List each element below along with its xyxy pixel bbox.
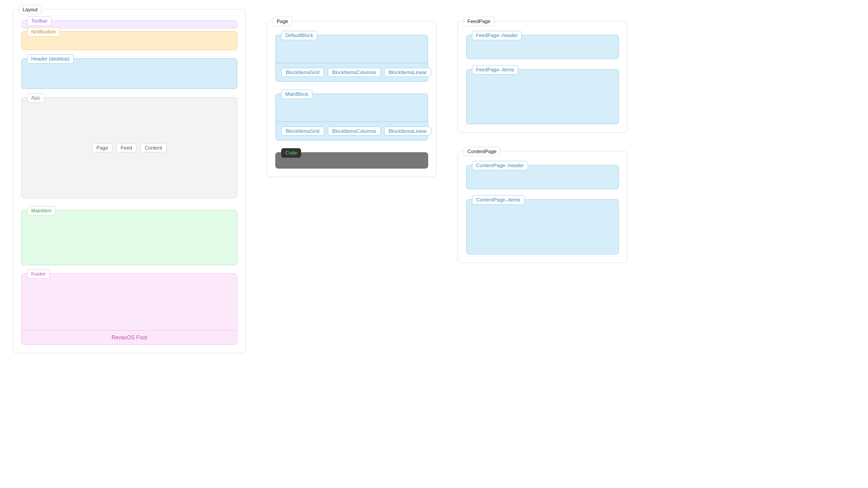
mainitem-block: MainItem (21, 210, 237, 265)
app-chip-page: Page (92, 143, 113, 152)
defaultblock-chip-grid: BlockItemsGrid (281, 68, 324, 77)
code-label: Code (281, 148, 301, 158)
contentpage-box: ContentPage ContentPage--header ContentP… (458, 151, 627, 263)
layout-tag: Layout (19, 5, 42, 14)
page-tag: Page (273, 17, 292, 26)
mainblock-chip-grid: BlockItemsGrid (281, 127, 324, 136)
contentpage-items: ContentPage--items (466, 199, 619, 254)
feedpage-items: FeedPage--items (466, 69, 619, 124)
mainblock: MainBlock BlockItemsGrid BlockItemsColum… (275, 94, 428, 141)
defaultblock: DefaultBlock BlockItemsGrid BlockItemsCo… (275, 35, 428, 82)
feedpage-header-label: FeedPage--header (472, 31, 522, 40)
notification-block: Notification (21, 31, 237, 50)
footer-block: Footer RevasOS Foot (21, 273, 237, 345)
mainblock-label: MainBlock (281, 89, 312, 99)
feedpage-tag: FeedPage (463, 17, 495, 26)
feedpage-header: FeedPage--header (466, 35, 619, 59)
mainblock-chip-linear: BlockItemsLinear (384, 127, 431, 136)
page-box: Page DefaultBlock BlockItemsGrid BlockIt… (267, 21, 437, 177)
defaultblock-chip-linear: BlockItemsLinear (384, 68, 431, 77)
footer-label: Footer (27, 269, 50, 279)
mainblock-chips: BlockItemsGrid BlockItemsColumns BlockIt… (276, 122, 428, 140)
code-block: Code (275, 152, 428, 169)
footer-band: RevasOS Foot (22, 330, 237, 344)
contentpage-items-label: ContentPage--items (472, 195, 524, 205)
mainitem-label: MainItem (27, 206, 56, 216)
app-block: App Page Feed Content (21, 97, 237, 198)
notification-label: Notification (27, 27, 60, 37)
feedpage-box: FeedPage FeedPage--header FeedPage--item… (458, 21, 627, 133)
mainblock-chip-columns: BlockItemsColumns (328, 127, 381, 136)
contentpage-tag: ContentPage (463, 147, 500, 156)
defaultblock-chip-columns: BlockItemsColumns (328, 68, 381, 77)
feedpage-items-label: FeedPage--items (472, 65, 518, 75)
toolbar-label: Toolbar (27, 16, 52, 26)
layout-box: Layout Toolbar Notification Header (desk… (13, 9, 246, 353)
contentpage-header: ContentPage--header (466, 165, 619, 189)
app-label: App (27, 93, 44, 103)
app-chips: Page Feed Content (27, 103, 231, 192)
defaultblock-chips: BlockItemsGrid BlockItemsColumns BlockIt… (276, 63, 428, 81)
app-chip-feed: Feed (116, 143, 137, 152)
header-label: Header (desktop) (27, 54, 74, 64)
app-chip-content: Content (140, 143, 167, 152)
defaultblock-label: DefaultBlock (281, 31, 317, 40)
contentpage-header-label: ContentPage--header (472, 161, 528, 170)
header-block: Header (desktop) (21, 58, 237, 89)
